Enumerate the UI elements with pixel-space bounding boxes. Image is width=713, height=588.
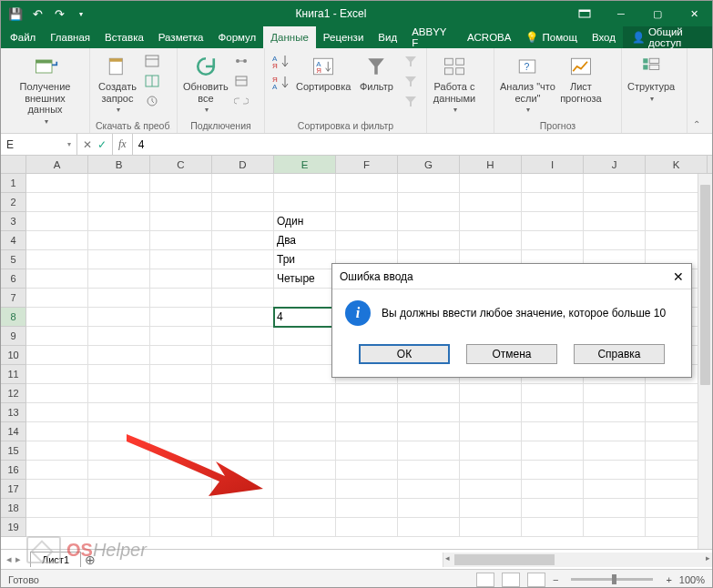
tell-me[interactable]: 💡Помощ [518,31,584,44]
cell[interactable] [336,422,398,441]
row-header[interactable]: 19 [1,518,26,537]
sort-asc-icon[interactable]: АЯ [270,52,292,72]
vertical-scrollbar[interactable] [698,174,712,549]
cell[interactable] [150,327,212,346]
cell[interactable] [274,289,336,308]
cell[interactable] [212,250,274,269]
cell[interactable] [150,518,212,537]
col-K[interactable]: K [646,156,708,173]
cell[interactable] [150,346,212,365]
cell[interactable] [212,518,274,537]
reapply-icon[interactable] [402,72,420,90]
cell[interactable] [398,403,460,422]
cell[interactable] [584,174,646,193]
cell[interactable] [274,441,336,461]
cell[interactable] [274,480,336,499]
new-sheet-button[interactable]: ⊕ [81,553,99,567]
cell[interactable] [274,461,336,480]
fx-icon[interactable]: fx [113,134,133,155]
formula-input[interactable]: 4 [133,134,712,155]
cell[interactable]: Три [274,250,336,269]
cell[interactable] [212,365,274,384]
forecast-sheet-button[interactable]: Лист прогноза [559,52,603,104]
dialog-help-button[interactable]: Справка [574,344,665,364]
cell[interactable] [460,212,522,231]
cell[interactable] [584,231,646,250]
cell[interactable]: Два [274,231,336,250]
cell[interactable] [522,422,584,441]
row-header[interactable]: 17 [1,480,26,499]
cell[interactable] [398,174,460,193]
cell[interactable]: Один [274,212,336,231]
cell[interactable] [398,422,460,441]
row-header[interactable]: 6 [1,269,26,289]
col-A[interactable]: A [26,156,88,173]
sheet-nav-next-icon[interactable]: ▸ [15,553,21,565]
connections-icon[interactable] [232,52,250,70]
redo-icon[interactable]: ↷ [50,5,68,23]
collapse-ribbon-icon[interactable]: ⌃ [688,48,706,133]
cell[interactable] [88,461,150,480]
cell[interactable]: Четыре [274,269,336,289]
cell[interactable] [26,174,88,193]
row-header[interactable]: 15 [1,441,26,461]
cell[interactable] [150,365,212,384]
view-page-layout-icon[interactable] [502,573,520,587]
row-header[interactable]: 18 [1,499,26,518]
cell[interactable] [460,422,522,441]
cell[interactable] [584,499,646,518]
row-header[interactable]: 5 [1,250,26,269]
cell[interactable] [26,441,88,461]
cell[interactable] [274,403,336,422]
view-normal-icon[interactable] [476,573,494,587]
cell[interactable] [460,480,522,499]
sheet-tab-active[interactable]: Лист1 [30,552,81,567]
row-header[interactable]: 12 [1,384,26,403]
cell[interactable] [522,212,584,231]
tab-acrobat[interactable]: ACROBA [460,26,519,48]
cell[interactable] [150,441,212,461]
col-B[interactable]: B [88,156,150,173]
cell[interactable] [274,346,336,365]
cell[interactable] [274,384,336,403]
cell[interactable] [88,403,150,422]
cell[interactable] [88,480,150,499]
cell[interactable] [274,327,336,346]
cell[interactable] [26,365,88,384]
cell[interactable] [522,518,584,537]
cell[interactable] [460,174,522,193]
show-queries-icon[interactable] [143,52,161,70]
cell[interactable] [584,193,646,212]
cell[interactable] [212,403,274,422]
col-I[interactable]: I [522,156,584,173]
cell[interactable] [212,327,274,346]
cell[interactable] [522,174,584,193]
cell[interactable] [212,308,274,327]
sign-in[interactable]: Вход [585,32,623,43]
col-F[interactable]: F [336,156,398,173]
cell[interactable] [26,422,88,441]
refresh-all-button[interactable]: Обновить все [183,52,229,114]
cell[interactable] [150,174,212,193]
cell[interactable] [26,384,88,403]
outline-button[interactable]: Структура [627,52,675,103]
select-all-button[interactable] [1,156,26,173]
cell[interactable] [88,231,150,250]
cell[interactable] [212,384,274,403]
cell[interactable] [150,250,212,269]
cell[interactable] [584,461,646,480]
cell[interactable] [150,403,212,422]
cell[interactable] [26,346,88,365]
recent-sources-icon[interactable] [143,92,161,110]
cell[interactable] [88,346,150,365]
cell[interactable] [522,441,584,461]
row-header[interactable]: 13 [1,403,26,422]
cell[interactable] [88,308,150,327]
cell[interactable] [460,499,522,518]
cell[interactable] [26,289,88,308]
data-tools-button[interactable]: Работа с данными [433,52,476,114]
properties-icon[interactable] [232,72,250,90]
ribbon-options-icon[interactable] [566,1,603,26]
cell[interactable] [460,461,522,480]
cell[interactable] [26,327,88,346]
